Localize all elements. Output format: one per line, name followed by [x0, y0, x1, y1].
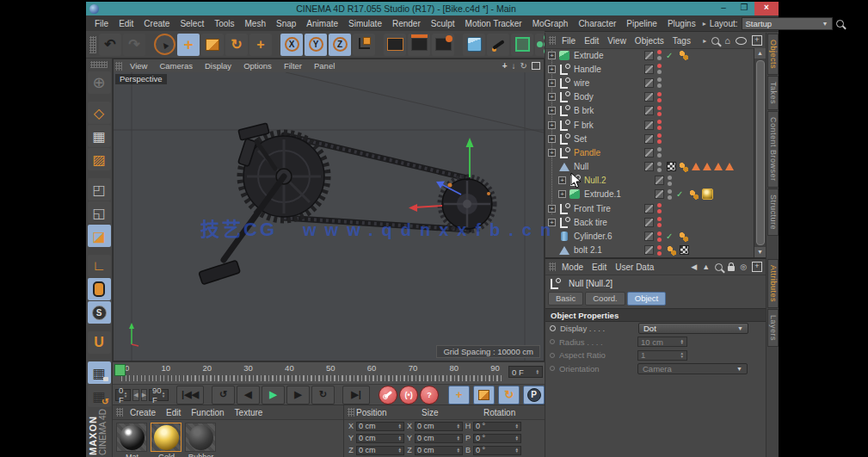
material-thumbnail[interactable]: [185, 423, 216, 452]
visibility-dots[interactable]: [657, 217, 663, 227]
size-field[interactable]: 0 cm▲▼: [415, 434, 463, 443]
palette-button[interactable]: ▦: [88, 125, 111, 147]
render-visibility-dot[interactable]: [657, 70, 662, 74]
side-tab[interactable]: Takes: [767, 76, 779, 110]
menu-item[interactable]: Plugins: [662, 19, 701, 28]
object-type-icon[interactable]: [558, 133, 570, 145]
palette-button[interactable]: ◱: [88, 201, 111, 224]
tri-tag[interactable]: [703, 163, 711, 170]
object-tree-row[interactable]: + Cylinder.6 ✓: [545, 229, 754, 243]
menu-item[interactable]: File: [89, 19, 114, 28]
tab-coord[interactable]: Coord.: [585, 292, 625, 306]
expand-toggle[interactable]: +: [548, 219, 556, 226]
render-visibility-dot[interactable]: [657, 83, 662, 88]
object-tree-row[interactable]: + F brk ✓: [545, 118, 754, 132]
search-icon[interactable]: [715, 263, 723, 271]
object-label[interactable]: Cylinder.6: [574, 232, 644, 241]
radius-field[interactable]: 10 cm ▲▼: [637, 337, 687, 347]
object-tree-row[interactable]: + Set ✓: [545, 132, 754, 145]
search-icon[interactable]: [711, 37, 719, 45]
render-visibility-dot[interactable]: [657, 251, 662, 256]
visibility-dots[interactable]: [657, 106, 663, 116]
render-visibility-dot[interactable]: [657, 168, 662, 172]
object-label[interactable]: B brk: [574, 106, 644, 115]
visibility-dots[interactable]: [657, 64, 663, 74]
add-panel-icon[interactable]: +: [752, 262, 762, 272]
anim-toggle-icon[interactable]: [550, 339, 555, 344]
transport-button[interactable]: [473, 386, 495, 405]
toolbar-button[interactable]: +: [249, 34, 272, 56]
object-tree-row[interactable]: + bolt 2.1 ✓: [545, 244, 754, 257]
history-back-icon[interactable]: ◀: [691, 262, 697, 271]
render-visibility-dot[interactable]: [668, 182, 672, 186]
visibility-dots[interactable]: [657, 203, 663, 213]
phong-tag[interactable]: [689, 189, 699, 200]
material-thumbnail[interactable]: [116, 423, 147, 452]
target-icon[interactable]: ◎: [740, 262, 747, 271]
render-visibility-dot[interactable]: [657, 223, 662, 227]
current-frame-field[interactable]: 0 F ▲▼: [115, 389, 131, 401]
object-label[interactable]: Back tire: [574, 218, 644, 227]
object-tree-row[interactable]: + Body ✓: [545, 90, 754, 104]
render-visibility-dot[interactable]: [657, 153, 662, 157]
expand-toggle[interactable]: +: [548, 149, 556, 157]
viewport-drag-handle[interactable]: [115, 62, 122, 71]
palette-button[interactable]: ◇: [88, 102, 111, 124]
toolbar-button[interactable]: ↶: [99, 34, 121, 56]
menu-expand-icon[interactable]: ▸: [703, 37, 706, 45]
eye-icon[interactable]: [736, 37, 747, 45]
toolbar-button[interactable]: [511, 34, 533, 56]
size-field[interactable]: 0 cm▲▼: [415, 422, 463, 431]
stepper-arrows-icon[interactable]: ▲▼: [124, 392, 127, 398]
transport-button[interactable]: ◀: [237, 386, 260, 405]
expand-toggle[interactable]: +: [548, 65, 556, 73]
enabled-check-icon[interactable]: ✓: [676, 189, 686, 199]
menu-item[interactable]: Create: [139, 19, 175, 28]
object-label[interactable]: wire: [574, 78, 644, 88]
object-manager-drag-handle[interactable]: [549, 36, 556, 45]
expand-toggle[interactable]: +: [548, 107, 556, 114]
scroll-up-icon[interactable]: ▲: [754, 48, 766, 59]
render-visibility-dot[interactable]: [657, 238, 662, 242]
end-frame-field[interactable]: 90 F ▲▼: [149, 389, 169, 401]
menu-item[interactable]: Sculpt: [426, 19, 460, 28]
editor-visibility-dot[interactable]: [668, 176, 672, 180]
toolbar-button[interactable]: [353, 34, 375, 56]
palette-button[interactable]: S: [88, 301, 111, 324]
object-type-icon[interactable]: [558, 64, 570, 75]
material-menu-item[interactable]: Function: [186, 408, 229, 417]
object-tree-row[interactable]: + Null ✓: [545, 160, 754, 174]
render-visibility-dot[interactable]: [657, 126, 662, 130]
anim-toggle-icon[interactable]: [550, 353, 555, 358]
object-type-icon[interactable]: [558, 91, 570, 102]
object-type-icon[interactable]: [558, 120, 570, 131]
visibility-dots[interactable]: [668, 189, 674, 200]
menu-item[interactable]: Animate: [301, 19, 343, 28]
object-label[interactable]: Null: [574, 162, 644, 171]
visibility-dots[interactable]: [657, 50, 663, 60]
render-visibility-dot[interactable]: [657, 56, 662, 60]
search-icon[interactable]: [836, 20, 844, 28]
layer-color-box[interactable]: [644, 218, 654, 227]
layer-color-box[interactable]: [644, 162, 654, 171]
timeline-playhead[interactable]: [114, 364, 126, 376]
material-drag-handle[interactable]: [116, 408, 123, 417]
enabled-check-icon[interactable]: ✓: [666, 232, 675, 241]
rotation-field[interactable]: 0 °▲▼: [473, 434, 521, 443]
object-type-icon[interactable]: [558, 105, 570, 116]
frame-prev-button[interactable]: ◀: [132, 389, 139, 401]
transport-button[interactable]: ↺: [212, 386, 235, 405]
scroll-thumb[interactable]: [756, 60, 765, 245]
editor-visibility-dot[interactable]: [657, 245, 662, 250]
object-label[interactable]: Extrude.1: [584, 189, 655, 199]
home-icon[interactable]: ⌂: [724, 36, 730, 45]
viewport-menu-item[interactable]: Panel: [308, 61, 341, 71]
menu-expand-icon[interactable]: ▸: [701, 20, 708, 28]
rotation-field[interactable]: 0 °▲▼: [473, 446, 521, 455]
object-label[interactable]: Set: [574, 134, 644, 144]
layer-color-box[interactable]: [655, 189, 664, 199]
stepper-arrows-icon[interactable]: ▲▼: [162, 392, 165, 398]
display-dropdown[interactable]: Dot ▼: [638, 323, 748, 334]
layer-color-box[interactable]: [644, 134, 654, 144]
expand-toggle[interactable]: +: [548, 79, 556, 87]
